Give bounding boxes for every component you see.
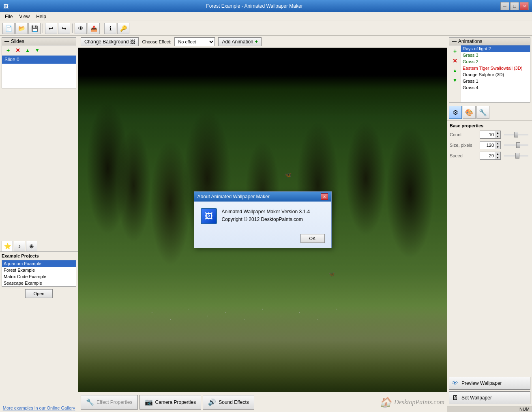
count-spin-down[interactable]: ▼ — [495, 135, 500, 138]
new-button[interactable]: 📄 — [2, 23, 15, 34]
speed-slider[interactable] — [504, 155, 528, 157]
open-project-button[interactable]: Open — [25, 289, 53, 298]
anim-item-tiger[interactable]: Eastern Tiger Swallowtail (3D) — [461, 65, 530, 71]
camera-properties-button[interactable]: 📷 Camera Properties — [139, 395, 202, 410]
size-spin-up[interactable]: ▲ — [495, 142, 500, 145]
speed-slider-thumb[interactable] — [515, 153, 519, 159]
base-properties: Base properties Count ▲ ▼ Size, pixels — [447, 121, 532, 165]
move-slide-up-button[interactable]: ▲ — [23, 46, 32, 54]
tab-add[interactable]: ⊕ — [26, 241, 37, 251]
tab-star[interactable]: ⭐ — [2, 241, 13, 251]
menu-help[interactable]: Help — [33, 13, 49, 20]
anim-item-grass3[interactable]: Grass 3 — [461, 52, 530, 58]
preview-icon-button[interactable]: 👁 — [75, 23, 87, 34]
modal-ok-button[interactable]: OK — [300, 234, 325, 243]
speed-input[interactable] — [480, 152, 495, 159]
modal-text: Animated Wallpaper Maker Version 3.1.4 C… — [222, 208, 310, 223]
modal-app-icon: 🖼 — [201, 208, 217, 224]
effect-properties-button[interactable]: 🔧 Effect Properties — [81, 395, 138, 410]
move-animation-up-button[interactable]: ▲ — [451, 67, 459, 75]
color-props-icon-button[interactable]: 🎨 — [463, 106, 476, 119]
watermark-text: DesktopPaints.com — [394, 399, 444, 406]
slides-list: Slide 0 — [2, 56, 76, 88]
base-props-icon-button[interactable]: ⚙ — [449, 106, 462, 119]
remove-animation-button[interactable]: ✕ — [451, 57, 459, 65]
set-wallpaper-button[interactable]: 🖥 Set Wallpaper — [449, 391, 530, 404]
move-animation-down-button[interactable]: ▼ — [451, 76, 459, 84]
anim-item-rays[interactable]: Rays of light 2 — [461, 45, 530, 52]
slides-title: — Slides — [2, 38, 76, 45]
minimize-button[interactable]: ─ — [500, 2, 509, 10]
count-spinners: ▲ ▼ — [495, 131, 500, 138]
add-animation-button[interactable]: Add Animation + — [218, 37, 261, 46]
gallery-link[interactable]: More examples in our Online Gallery — [0, 404, 78, 412]
choose-effect-label: Choose Effect: — [142, 39, 171, 44]
anim-item-grass1[interactable]: Grass 1 — [461, 78, 530, 84]
anim-item-grass2[interactable]: Grass 2 — [461, 58, 530, 65]
property-icons: ⚙ 🎨 🔧 — [447, 104, 532, 121]
maximize-button[interactable]: □ — [510, 2, 519, 10]
watermark: 🏠 DesktopPaints.com — [380, 397, 444, 408]
modal-overlay: About Animated Wallpaper Maker ✕ 🖼 Anima… — [78, 48, 447, 392]
example-item-forest[interactable]: Forest Example — [2, 267, 76, 273]
count-input[interactable] — [480, 131, 495, 138]
speed-spin-up[interactable]: ▲ — [495, 152, 500, 156]
preview-wallpaper-button[interactable]: 👁 Preview Wallpaper — [449, 377, 530, 390]
size-slider[interactable] — [504, 144, 528, 146]
speed-label: Speed — [450, 153, 478, 158]
redo-button[interactable]: ↪ — [58, 23, 70, 34]
animation-controls: + ✕ ▲ ▼ — [449, 45, 461, 102]
add-animation-side-button[interactable]: + — [451, 47, 459, 55]
undo-button[interactable]: ↩ — [45, 23, 57, 34]
modal-title-bar: About Animated Wallpaper Maker ✕ — [194, 192, 331, 202]
size-input[interactable] — [480, 142, 495, 149]
example-list: Aquarium Example Forest Example Matrix C… — [2, 260, 76, 287]
example-item-seascape[interactable]: Seascape Example — [2, 280, 76, 286]
tab-music[interactable]: ♪ — [14, 241, 25, 251]
remove-slide-button[interactable]: ✕ — [13, 46, 22, 54]
modal-body: 🖼 Animated Wallpaper Maker Version 3.1.4… — [194, 202, 331, 231]
size-slider-thumb[interactable] — [516, 142, 520, 148]
choose-effect-select[interactable]: No effect — [174, 37, 215, 46]
count-slider[interactable] — [504, 134, 528, 135]
toolbar-separator-3 — [102, 24, 102, 33]
size-spin-down[interactable]: ▼ — [495, 145, 500, 149]
bottom-toolbar: 🔧 Effect Properties 📷 Camera Properties … — [78, 392, 447, 412]
change-bg-label: Change Background — [84, 39, 129, 45]
slide-item[interactable]: Slide 0 — [2, 56, 76, 64]
anim-item-grass4[interactable]: Grass 4 — [461, 84, 530, 91]
export-button[interactable]: 📤 — [88, 23, 100, 34]
count-label: Count — [450, 132, 478, 137]
set-wallpaper-label: Set Wallpaper — [461, 395, 492, 401]
close-button[interactable]: ✕ — [520, 2, 529, 10]
count-spin-up[interactable]: ▲ — [495, 131, 500, 135]
slides-section: — Slides + ✕ ▲ ▼ Slide 0 — [2, 37, 76, 88]
move-slide-down-button[interactable]: ▼ — [33, 46, 42, 54]
toolbar-separator-2 — [72, 24, 73, 33]
base-props-title: Base properties — [450, 123, 530, 128]
key-button[interactable]: 🔑 — [117, 23, 129, 34]
info-button[interactable]: ℹ — [104, 23, 116, 34]
open-button[interactable]: 📂 — [15, 23, 28, 34]
save-button[interactable]: 💾 — [28, 23, 41, 34]
effect-props-icon: 🔧 — [86, 398, 94, 406]
anim-item-orange[interactable]: Orange Sulphur (3D) — [461, 71, 530, 78]
right-panel: — Animations + ✕ ▲ ▼ Rays of light 2 Gra… — [447, 36, 532, 412]
modal-close-button[interactable]: ✕ — [321, 193, 328, 200]
extra-props-icon-button[interactable]: 🔧 — [476, 106, 489, 119]
count-slider-thumb[interactable] — [514, 132, 518, 137]
num-status: NUM — [447, 406, 532, 412]
add-slide-button[interactable]: + — [4, 46, 13, 54]
change-background-button[interactable]: Change Background 🖼 — [81, 37, 139, 46]
example-item-aquarium[interactable]: Aquarium Example — [2, 260, 76, 267]
main-area: — Slides + ✕ ▲ ▼ Slide 0 ⭐ ♪ ⊕ Example P… — [0, 36, 532, 412]
menu-view[interactable]: View — [16, 13, 33, 20]
effect-props-label: Effect Properties — [97, 399, 133, 405]
add-animation-label: Add Animation — [222, 39, 253, 45]
speed-spin-down[interactable]: ▼ — [495, 156, 500, 159]
example-item-matrix[interactable]: Matrix Code Example — [2, 273, 76, 280]
sound-effects-button[interactable]: 🔊 Sound Effects — [203, 395, 254, 410]
set-wallpaper-icon: 🖥 — [452, 394, 458, 401]
modal-line2: Copyright © 2012 DesktopPaints.com — [222, 216, 310, 223]
menu-file[interactable]: File — [2, 13, 16, 20]
